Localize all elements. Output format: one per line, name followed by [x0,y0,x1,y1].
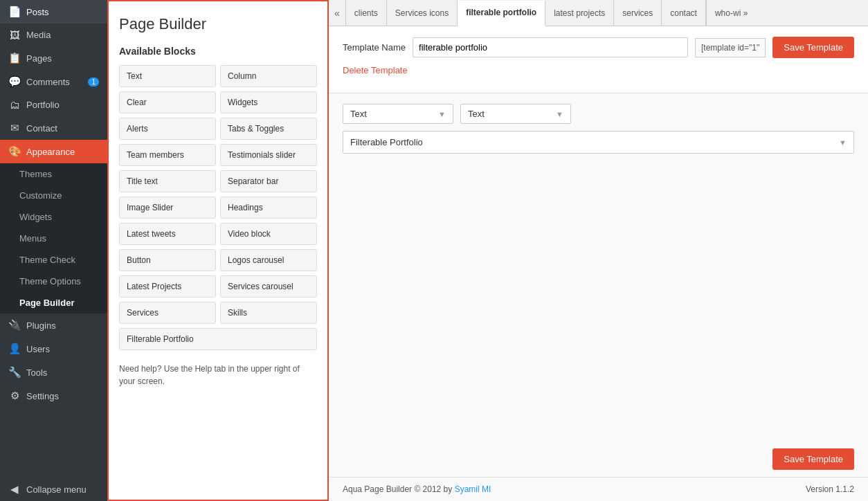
available-blocks-label: Available Blocks [119,46,317,57]
sidebar-sub-widgets[interactable]: Widgets [0,206,107,228]
appearance-submenu: Themes Customize Widgets Menus Theme Che… [0,163,107,313]
sidebar-item-settings[interactable]: ⚙ Settings [0,384,107,408]
builder-row-1: Text ▼ Text ▼ [343,104,854,124]
sidebar-sub-theme-options[interactable]: Theme Options [0,271,107,292]
comments-icon: 💬 [8,75,21,88]
comments-badge: 1 [88,78,99,86]
sidebar: 📄 Posts 🖼 Media 📋 Pages 💬 Comments 1 🗂 P… [0,0,107,501]
delete-template-row: Delete Template [343,65,854,75]
block-testimonials-slider[interactable]: Testimonials slider [220,144,317,166]
settings-icon: ⚙ [8,390,21,402]
builder-content: Text ▼ Text ▼ Filterable Portfolio ▼ [329,93,868,441]
appearance-icon: 🎨 [8,145,21,158]
sidebar-item-posts[interactable]: 📄 Posts [0,0,107,24]
dropdown1-arrow: ▼ [438,110,446,118]
sidebar-item-appearance[interactable]: 🎨 Appearance [0,140,107,163]
tab-contact[interactable]: contact [662,0,706,26]
sidebar-sub-themes[interactable]: Themes [0,163,107,185]
pages-icon: 📋 [8,52,21,64]
save-bottom-row: Save Template [329,441,868,477]
sidebar-item-media[interactable]: 🖼 Media [0,24,107,46]
save-template-button-bottom[interactable]: Save Template [772,448,854,470]
template-area: Template Name [template id="1" Save Temp… [329,26,868,93]
template-name-label: Template Name [343,42,406,53]
block-title-text[interactable]: Title text [119,170,216,192]
plugins-icon: 🔌 [8,319,21,331]
block-latest-projects[interactable]: Latest Projects [119,275,216,298]
delete-template-link[interactable]: Delete Template [343,65,408,75]
main-content: Page Builder Available Blocks Text Colum… [107,0,868,501]
page-builder-panel: Page Builder Available Blocks Text Colum… [107,0,329,501]
builder-footer: Aqua Page Builder © 2012 by Syamil MI Ve… [329,477,868,501]
contact-icon: ✉ [8,122,21,134]
row1-dropdown2[interactable]: Text ▼ [460,104,571,124]
users-icon: 👤 [8,343,21,355]
block-team-members[interactable]: Team members [119,144,216,166]
block-latest-tweets[interactable]: Latest tweets [119,223,216,245]
tab-latest-projects[interactable]: latest projects [545,0,614,26]
sidebar-sub-menus[interactable]: Menus [0,228,107,249]
block-column[interactable]: Column [220,65,317,87]
tab-bar: « clients Services icons filterable port… [329,0,868,26]
sidebar-item-contact[interactable]: ✉ Contact [0,116,107,140]
media-icon: 🖼 [8,29,21,41]
tab-who-wi[interactable]: who-wi » [706,0,756,26]
tab-services[interactable]: services [614,0,662,26]
dropdown2-arrow: ▼ [556,110,563,118]
block-video-block[interactable]: Video block [220,223,317,245]
portfolio-dropdown[interactable]: Filterable Portfolio ▼ [343,131,854,154]
sidebar-item-collapse[interactable]: ◀ Collapse menu [0,477,107,501]
block-services[interactable]: Services [119,302,216,324]
block-skills[interactable]: Skills [220,302,317,324]
sidebar-item-tools[interactable]: 🔧 Tools [0,361,107,384]
footer-author-link[interactable]: Syamil MI [455,484,491,494]
block-tabs-toggles[interactable]: Tabs & Toggles [220,118,317,140]
block-text[interactable]: Text [119,65,216,87]
block-separator-bar[interactable]: Separator bar [220,170,317,192]
tab-arrow-left[interactable]: « [329,0,346,26]
help-text: Need help? Use the Help tab in the upper… [119,363,317,388]
block-filterable-portfolio[interactable]: Filterable Portfolio [119,328,317,350]
tab-clients[interactable]: clients [346,0,387,26]
row1-dropdown1[interactable]: Text ▼ [343,104,453,124]
sidebar-item-plugins[interactable]: 🔌 Plugins [0,313,107,337]
sidebar-sub-theme-check[interactable]: Theme Check [0,249,107,271]
template-name-input[interactable] [413,37,688,57]
portfolio-icon: 🗂 [8,99,21,111]
sidebar-item-pages[interactable]: 📋 Pages [0,46,107,70]
sidebar-item-users[interactable]: 👤 Users [0,337,107,361]
posts-icon: 📄 [8,6,21,18]
sidebar-sub-customize[interactable]: Customize [0,185,107,206]
block-headings[interactable]: Headings [220,197,317,219]
block-clear[interactable]: Clear [119,91,216,113]
block-logos-carousel[interactable]: Logos carousel [220,249,317,271]
block-alerts[interactable]: Alerts [119,118,216,140]
right-content: « clients Services icons filterable port… [329,0,868,501]
sidebar-item-comments[interactable]: 💬 Comments 1 [0,70,107,93]
save-template-button-top[interactable]: Save Template [772,37,854,58]
collapse-icon: ◀ [8,483,21,495]
tools-icon: 🔧 [8,366,21,379]
portfolio-dropdown-arrow: ▼ [839,138,847,147]
page-builder-title: Page Builder [119,15,317,33]
block-button[interactable]: Button [119,249,216,271]
tab-filterable-portfolio[interactable]: filterable portfolio [458,1,545,26]
footer-version: Version 1.1.2 [806,484,854,494]
template-name-row: Template Name [template id="1" Save Temp… [343,37,854,58]
block-services-carousel[interactable]: Services carousel [220,275,317,298]
tab-services-icons[interactable]: Services icons [387,0,458,26]
block-widgets[interactable]: Widgets [220,91,317,113]
sidebar-sub-page-builder[interactable]: Page Builder [0,292,107,313]
blocks-grid: Text Column Clear Widgets Alerts Tabs & … [119,65,317,350]
sidebar-item-portfolio[interactable]: 🗂 Portfolio [0,93,107,116]
footer-copyright: Aqua Page Builder © 2012 by Syamil MI [343,484,491,494]
block-image-slider[interactable]: Image Slider [119,197,216,219]
template-id-box: [template id="1" [695,38,766,57]
